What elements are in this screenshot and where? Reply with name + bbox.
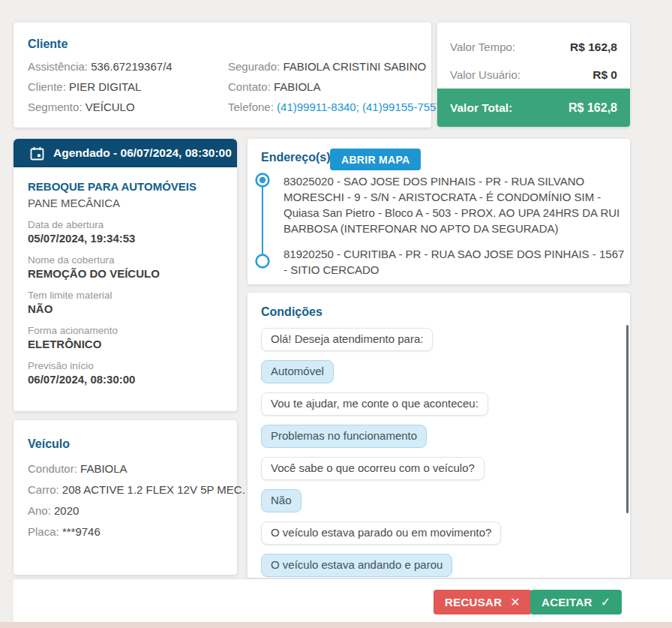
previsao-inicio-field: Previsão início 06/07/2024, 08:30:00 <box>28 360 223 386</box>
cliente-fields: Assistência: 536.67219367/4 Cliente: PIE… <box>28 60 417 121</box>
chat-row: O veículo estava parado ou em movimento? <box>261 521 612 544</box>
chat-answer-bubble: Automóvel <box>261 360 334 383</box>
data-abertura-label: Data de abertura <box>28 219 223 230</box>
limite-material-field: Tem limite material NÃO <box>28 290 223 315</box>
segurado-value: FABIOLA CRISTINI SABINO <box>283 60 426 73</box>
chat-row: Problemas no funcionamento <box>261 425 612 447</box>
chat-row: Olá! Deseja atendimento para: <box>261 328 612 350</box>
limite-material-label: Tem limite material <box>28 290 223 301</box>
forma-acionamento-field: Forma acionamento ELETRÔNICO <box>28 325 223 350</box>
telefone-label: Telefone: <box>228 101 274 113</box>
chat-scrollbar[interactable] <box>626 325 628 513</box>
chat-question-bubble: Olá! Deseja atendimento para: <box>261 328 433 351</box>
ano-value: 2020 <box>54 504 79 517</box>
chat-answer-bubble: O veículo estava andando e parou <box>261 554 452 577</box>
carro-value: 208 ACTIVE 1.2 FLEX 12V 5P MEC. <box>62 483 245 496</box>
forma-acionamento-value: ELETRÔNICO <box>28 338 223 350</box>
chat-row: Vou te ajudar, me conte o que aconteceu: <box>261 392 612 415</box>
cliente-column-2: Segurado: FABIOLA CRISTINI SABINO Contat… <box>228 60 442 121</box>
valor-usuario-row: Valor Usuário: R$ 0 <box>437 61 630 89</box>
limite-material-value: NÃO <box>28 302 223 315</box>
contato-field: Contato: FABIOLA <box>228 80 442 93</box>
placa-label: Placa: <box>28 525 59 538</box>
telefone-field: Telefone: (41)99911-8340; (41)99155-7557 <box>228 101 442 113</box>
contato-label: Contato: <box>228 80 271 93</box>
veiculo-title: Veículo <box>28 437 223 451</box>
enderecos-title: Endereço(s) <box>261 151 330 164</box>
origin-stop-icon <box>255 173 270 188</box>
cliente-label: Cliente: <box>28 80 66 93</box>
condicoes-card: Condições Olá! Deseja atendimento para: … <box>248 293 630 578</box>
segurado-field: Segurado: FABIOLA CRISTINI SABINO <box>228 60 442 73</box>
valor-tempo-label: Valor Tempo: <box>450 41 515 53</box>
chat-question-bubble: Você sabe o que ocorreu com o veículo? <box>261 457 484 480</box>
valor-tempo-value: R$ 162,8 <box>570 41 617 54</box>
previsao-inicio-label: Previsão início <box>28 360 223 371</box>
segmento-label: Segmento: <box>28 101 82 113</box>
condutor-value: FABIOLA <box>80 462 128 475</box>
cliente-field: Cliente: PIER DIGITAL <box>28 80 214 93</box>
chat-question-bubble: Vou te ajudar, me conte o que aconteceu: <box>261 392 488 416</box>
agendado-header-text: Agendado - 06/07/2024, 08:30:00 <box>53 146 232 160</box>
servico-title: REBOQUE PARA AUTOMÓVEIS <box>28 180 223 193</box>
chat-question-bubble: O veículo estava parado ou em movimento? <box>261 521 501 545</box>
valor-total-bar: Valor Total: R$ 162,8 <box>437 89 630 127</box>
segurado-label: Segurado: <box>228 60 280 73</box>
placa-field: Placa: ***9746 <box>28 525 223 538</box>
carro-label: Carro: <box>28 483 59 496</box>
contato-value: FABIOLA <box>274 80 321 93</box>
condutor-label: Condutor: <box>28 462 77 475</box>
carro-field: Carro: 208 ACTIVE 1.2 FLEX 12V 5P MEC. <box>28 483 223 496</box>
previsao-inicio-value: 06/07/2024, 08:30:00 <box>28 373 223 386</box>
valor-tempo-row: Valor Tempo: R$ 162,8 <box>437 33 630 61</box>
chat-row: Você sabe o que ocorreu com o veículo? <box>261 457 612 479</box>
destination-address: 81920250 - CURITIBA - PR - RUA SAO JOSE … <box>284 246 626 278</box>
recusar-button[interactable]: RECUSAR ✕ <box>434 590 532 614</box>
veiculo-card: Veículo Condutor: FABIOLA Carro: 208 ACT… <box>14 420 237 575</box>
nome-cobertura-field: Nome da cobertura REMOÇÃO DO VEÍCULO <box>28 254 223 280</box>
assistance-dispatch-screen: Cliente Assistência: 536.67219367/4 Clie… <box>0 0 672 628</box>
chat-row: Não <box>261 489 612 512</box>
segmento-value: VEÍCULO <box>86 101 135 113</box>
valor-usuario-label: Valor Usuário: <box>450 68 520 81</box>
chat-transcript: Olá! Deseja atendimento para: Automóvel … <box>261 328 612 586</box>
telefone-link[interactable]: (41)99911-8340; (41)99155-7557 <box>277 101 442 113</box>
assistencia-value: 536.67219367/4 <box>91 60 172 73</box>
assistencia-label: Assistência: <box>28 60 88 73</box>
chat-answer-bubble: Não <box>261 489 302 512</box>
calendar-icon <box>30 146 44 161</box>
destination-stop-icon <box>255 254 270 269</box>
chat-row: O veículo estava andando e parou <box>261 554 612 576</box>
valor-total-label: Valor Total: <box>450 101 512 115</box>
servico-subtitle: PANE MECÂNICA <box>28 197 223 209</box>
ano-label: Ano: <box>28 504 51 517</box>
agendado-header: Agendado - 06/07/2024, 08:30:00 <box>14 139 237 167</box>
servico-card: REBOQUE PARA AUTOMÓVEIS PANE MECÂNICA Da… <box>14 167 237 411</box>
recusar-button-label: RECUSAR <box>445 596 502 608</box>
valores-card: Valor Tempo: R$ 162,8 Valor Usuário: R$ … <box>437 23 630 127</box>
enderecos-card: Endereço(s) ABRIR MAPA 83025020 - SAO JO… <box>248 139 630 284</box>
chat-row: Automóvel <box>261 360 612 383</box>
chat-answer-bubble: Problemas no funcionamento <box>261 425 427 448</box>
cliente-value: PIER DIGITAL <box>69 80 141 93</box>
abrir-mapa-button[interactable]: ABRIR MAPA <box>330 149 421 170</box>
forma-acionamento-label: Forma acionamento <box>28 325 223 336</box>
origin-address: 83025020 - SAO JOSE DOS PINHAIS - PR - R… <box>284 173 626 236</box>
cliente-title: Cliente <box>28 38 417 51</box>
condutor-field: Condutor: FABIOLA <box>28 462 223 475</box>
data-abertura-field: Data de abertura 05/07/2024, 19:34:53 <box>28 219 223 245</box>
bottom-edge-strip <box>0 622 672 628</box>
aceitar-button[interactable]: ACEITAR ✓ <box>530 590 622 614</box>
close-icon: ✕ <box>510 595 520 609</box>
placa-value: ***9746 <box>62 525 100 538</box>
check-icon: ✓ <box>601 595 611 609</box>
segmento-field: Segmento: VEÍCULO <box>28 101 214 113</box>
cliente-column-1: Assistência: 536.67219367/4 Cliente: PIE… <box>28 60 214 121</box>
ano-field: Ano: 2020 <box>28 504 223 517</box>
valor-usuario-value: R$ 0 <box>592 68 617 82</box>
assistencia-field: Assistência: 536.67219367/4 <box>28 60 214 73</box>
nome-cobertura-value: REMOÇÃO DO VEÍCULO <box>28 267 223 280</box>
aceitar-button-label: ACEITAR <box>542 596 592 608</box>
route-line <box>262 180 263 261</box>
valor-total-value: R$ 162,8 <box>568 101 617 115</box>
